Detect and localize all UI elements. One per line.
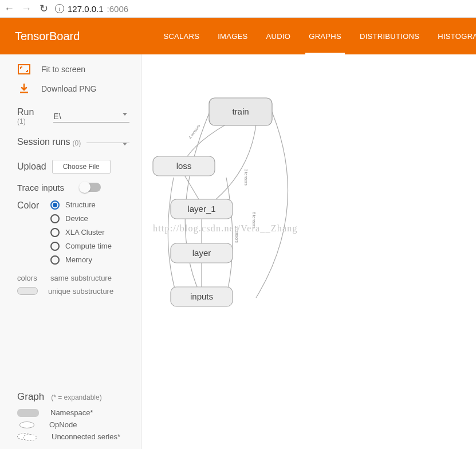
- tab-images[interactable]: IMAGES: [209, 18, 257, 54]
- fit-screen-icon: [17, 62, 31, 76]
- unconnected-icon: [17, 433, 40, 440]
- legend-opnode: OpNode: [17, 420, 129, 429]
- radio-compute-time[interactable]: Compute time: [50, 242, 112, 251]
- legend-same: same substructure: [50, 274, 112, 282]
- tab-graphs[interactable]: GRAPHS: [300, 18, 351, 54]
- legend-unconnected: Unconnected series*: [17, 432, 129, 441]
- legend-unique-row: unique substructure: [0, 285, 141, 298]
- trace-inputs-row: Trace inputs: [0, 180, 141, 195]
- radio-xla-cluster[interactable]: XLA Cluster: [50, 228, 112, 237]
- run-label: Run: [17, 107, 34, 117]
- fit-to-screen-button[interactable]: Fit to screen: [17, 62, 129, 76]
- graph-legend-subtitle: (* = expandable): [51, 393, 101, 401]
- legend-namespace: Namespace*: [17, 408, 129, 417]
- back-icon[interactable]: ←: [3, 3, 15, 14]
- run-select[interactable]: E\: [53, 111, 129, 123]
- edge-label: 4 tensors: [188, 124, 201, 140]
- session-runs-row: Session runs (0): [0, 135, 141, 149]
- run-count: (1): [17, 117, 34, 125]
- address-bar[interactable]: i 127.0.0.1:6006: [55, 4, 128, 14]
- tab-distributions[interactable]: DISTRIBUTIONS: [351, 18, 428, 54]
- edge-label: 3 tensors: [244, 169, 248, 186]
- svg-rect-0: [18, 65, 30, 74]
- node-loss-label: loss: [176, 161, 192, 171]
- download-label: Download PNG: [41, 84, 97, 93]
- tab-histograms[interactable]: HISTOGRAMS: [428, 18, 476, 54]
- node-layer1-label: layer_1: [187, 204, 215, 214]
- chevron-down-icon: [123, 113, 127, 116]
- session-select[interactable]: [86, 140, 129, 143]
- graph-canvas[interactable]: 4 tensors 3 tensors 6 tensors 2 tensors …: [141, 54, 476, 449]
- svg-rect-1: [20, 92, 28, 93]
- radio-icon: [50, 200, 60, 210]
- run-selector-row: Run (1) E\: [0, 105, 141, 128]
- download-png-button[interactable]: Download PNG: [17, 82, 129, 96]
- radio-device[interactable]: Device: [50, 214, 112, 223]
- node-layer-label: layer: [192, 248, 211, 258]
- graph-legend: Graph (* = expandable) Namespace* OpNode…: [0, 391, 141, 449]
- color-radio-group: Color Structure Device XLA Cluster Compu…: [0, 198, 141, 267]
- reload-icon[interactable]: ↻: [38, 3, 49, 14]
- download-icon: [17, 82, 31, 96]
- upload-label: Upload: [17, 162, 46, 172]
- trace-inputs-toggle[interactable]: [80, 183, 101, 192]
- tensorboard-header: TensorBoard SCALARS IMAGES AUDIO GRAPHS …: [0, 18, 476, 54]
- tab-scalars[interactable]: SCALARS: [154, 18, 209, 54]
- header-tabs: SCALARS IMAGES AUDIO GRAPHS DISTRIBUTION…: [154, 18, 476, 54]
- color-label: Color: [17, 200, 40, 211]
- radio-icon: [50, 214, 60, 223]
- graph-svg: 4 tensors 3 tensors 6 tensors 2 tensors …: [141, 54, 476, 449]
- forward-icon[interactable]: →: [21, 3, 32, 14]
- session-label: Session runs: [17, 137, 70, 147]
- legend-same-row: colors same substructure: [0, 271, 141, 285]
- app-title: TensorBoard: [0, 30, 80, 43]
- radio-icon: [50, 255, 60, 265]
- colors-word: colors: [17, 274, 40, 282]
- legend-unique: unique substructure: [48, 287, 113, 296]
- sidebar: Fit to screen Download PNG Run (1) E\ Se…: [0, 54, 141, 449]
- namespace-icon: [17, 409, 39, 417]
- trace-label: Trace inputs: [17, 183, 64, 192]
- url-port: :6006: [107, 4, 129, 14]
- upload-row: Upload Choose File: [0, 157, 141, 176]
- choose-file-button[interactable]: Choose File: [52, 160, 111, 174]
- radio-icon: [50, 242, 60, 251]
- info-icon[interactable]: i: [55, 4, 64, 13]
- radio-structure[interactable]: Structure: [50, 200, 112, 210]
- node-inputs-label: inputs: [190, 292, 213, 301]
- chevron-down-icon: [123, 143, 127, 145]
- browser-bar: ← → ↻ i 127.0.0.1:6006: [0, 0, 476, 18]
- unique-swatch-icon: [17, 287, 38, 295]
- session-count: (0): [73, 139, 81, 147]
- opnode-icon: [19, 422, 34, 428]
- url-host: 127.0.0.1: [68, 4, 104, 14]
- radio-memory[interactable]: Memory: [50, 255, 112, 265]
- radio-icon: [50, 228, 60, 237]
- node-train-label: train: [232, 107, 249, 116]
- tab-audio[interactable]: AUDIO: [257, 18, 300, 54]
- fit-label: Fit to screen: [41, 65, 85, 74]
- watermark: http://blog.csdn.net/Vera__Zhang: [153, 223, 298, 234]
- graph-legend-title: Graph: [17, 391, 44, 403]
